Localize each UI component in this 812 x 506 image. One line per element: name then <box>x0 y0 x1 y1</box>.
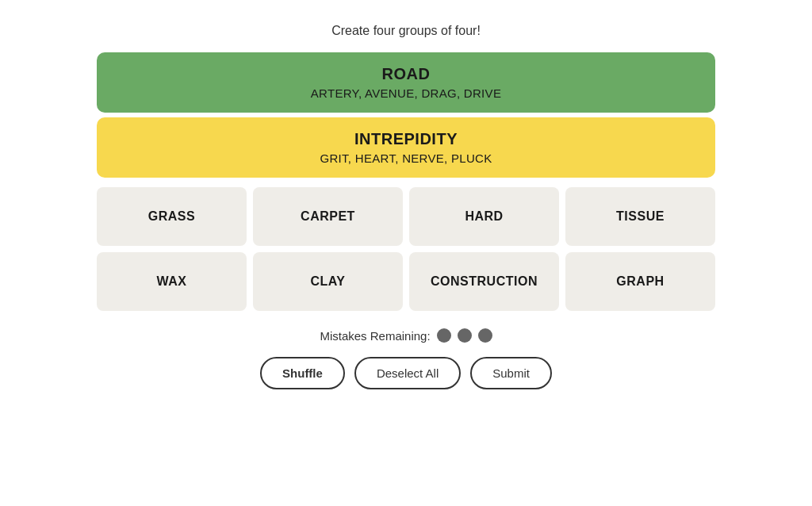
mistake-dot-2 <box>458 328 472 343</box>
buttons-row: Shuffle Deselect All Submit <box>260 357 552 389</box>
tile-graph[interactable]: GRAPH <box>565 252 715 311</box>
tile-clay[interactable]: CLAY <box>253 252 403 311</box>
solved-group-intrepidity: INTREPIDITY GRIT, HEART, NERVE, PLUCK <box>97 117 715 178</box>
group-title-intrepidity: INTREPIDITY <box>354 130 458 148</box>
shuffle-button[interactable]: Shuffle <box>260 357 345 389</box>
submit-button[interactable]: Submit <box>470 357 552 389</box>
group-members-road: ARTERY, AVENUE, DRAG, DRIVE <box>311 86 501 100</box>
mistakes-label: Mistakes Remaining: <box>320 329 430 343</box>
deselect-all-button[interactable]: Deselect All <box>354 357 461 389</box>
mistakes-row: Mistakes Remaining: <box>320 328 492 343</box>
tiles-grid: GRASS CARPET HARD TISSUE WAX CLAY CONSTR… <box>97 187 715 311</box>
tile-hard[interactable]: HARD <box>409 187 559 246</box>
mistake-dot-1 <box>437 328 451 343</box>
solved-group-road: ROAD ARTERY, AVENUE, DRAG, DRIVE <box>97 52 715 113</box>
group-members-intrepidity: GRIT, HEART, NERVE, PLUCK <box>320 151 492 165</box>
mistake-dot-3 <box>478 328 492 343</box>
tile-wax[interactable]: WAX <box>97 252 247 311</box>
tile-grass[interactable]: GRASS <box>97 187 247 246</box>
game-container: Create four groups of four! ROAD ARTERY,… <box>97 16 715 389</box>
tile-carpet[interactable]: CARPET <box>253 187 403 246</box>
groups-area: ROAD ARTERY, AVENUE, DRAG, DRIVE INTREPI… <box>97 52 715 311</box>
tile-tissue[interactable]: TISSUE <box>565 187 715 246</box>
tile-construction[interactable]: CONSTRUCTION <box>409 252 559 311</box>
group-title-road: ROAD <box>382 65 431 83</box>
subtitle: Create four groups of four! <box>331 24 481 38</box>
